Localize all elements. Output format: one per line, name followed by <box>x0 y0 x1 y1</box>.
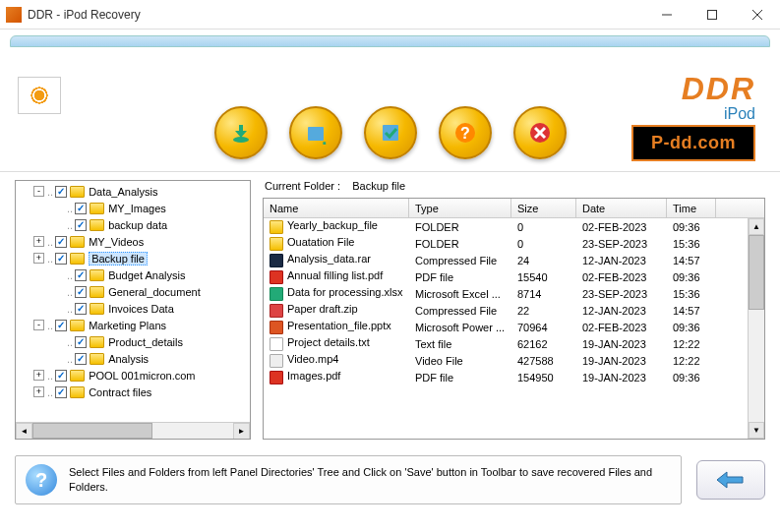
file-name: Ouatation File <box>287 236 354 248</box>
tree-checkbox[interactable] <box>55 370 67 382</box>
file-list-panel: Current Folder : Backup file Name Type S… <box>263 180 765 440</box>
tree-checkbox[interactable] <box>75 219 87 231</box>
hscroll-thumb[interactable] <box>32 423 152 439</box>
tree-item[interactable]: +..Contract files <box>18 384 248 400</box>
content-area: -..Data_Analysis..MY_Images..backup data… <box>0 172 780 447</box>
file-name: Project details.txt <box>287 336 370 348</box>
tree-hscrollbar[interactable]: ◄ ► <box>16 422 250 439</box>
table-row[interactable]: Paper draft.zipCompressed File2212-JAN-2… <box>264 302 764 319</box>
tree-item[interactable]: ..backup data <box>18 216 248 233</box>
tree-checkbox[interactable] <box>75 336 87 348</box>
file-type: Compressed File <box>409 255 511 266</box>
tree-item[interactable]: ..Analysis <box>18 350 248 367</box>
maximize-button[interactable] <box>690 0 735 30</box>
tree-expand-icon[interactable]: + <box>33 386 44 397</box>
column-type[interactable]: Type <box>409 199 511 217</box>
table-row[interactable]: Presentation_file.pptxMicrosoft Power ..… <box>264 319 764 335</box>
file-size: 24 <box>511 255 576 266</box>
column-time[interactable]: Time <box>667 199 716 217</box>
tree-item[interactable]: ..MY_Images <box>18 200 248 216</box>
tree-item[interactable]: +..Backup file <box>18 250 248 266</box>
select-button[interactable] <box>364 106 417 159</box>
tree-checkbox[interactable] <box>55 186 67 198</box>
minimize-button[interactable] <box>644 0 690 30</box>
tree-checkbox[interactable] <box>75 286 87 298</box>
tree-expand-icon[interactable]: + <box>33 253 44 264</box>
save-button[interactable] <box>214 106 268 159</box>
table-row[interactable]: Data for processing.xlsxMicrosoft Excel … <box>264 285 764 302</box>
tree-checkbox[interactable] <box>75 303 87 315</box>
tree-item-label: Budget Analysis <box>108 269 185 281</box>
file-size: 70964 <box>511 322 576 333</box>
tree-expand-icon[interactable]: - <box>33 186 44 197</box>
tree-checkbox[interactable] <box>75 203 87 214</box>
tree-checkbox[interactable] <box>55 386 67 398</box>
table-vscrollbar[interactable]: ▲ ▼ <box>748 218 764 439</box>
table-row[interactable]: Ouatation FileFOLDER023-SEP-202315:36 <box>264 235 764 252</box>
file-size: 15540 <box>511 271 576 283</box>
file-date: 23-SEP-2023 <box>576 238 667 250</box>
hint-text: Select Files and Folders from left Panel… <box>69 465 671 496</box>
tree-item[interactable]: ..Product_details <box>18 333 248 350</box>
tree-scroll[interactable]: -..Data_Analysis..MY_Images..backup data… <box>16 181 250 422</box>
back-button[interactable] <box>696 460 765 500</box>
brand-sub: iPod <box>682 105 755 123</box>
tree-checkbox[interactable] <box>75 269 87 281</box>
file-table: Name Type Size Date Time Yearly_backup_f… <box>263 198 765 440</box>
tree-expand-icon[interactable]: + <box>33 370 44 381</box>
tree-checkbox[interactable] <box>75 353 87 365</box>
tree-checkbox[interactable] <box>55 236 67 248</box>
tree-item[interactable]: ..Invoices Data <box>18 300 248 317</box>
folder-icon <box>70 253 85 265</box>
column-name[interactable]: Name <box>264 199 409 217</box>
tree-expand-icon[interactable]: - <box>33 320 44 330</box>
folder-icon <box>70 320 85 331</box>
table-row[interactable]: Analysis_data.rarCompressed File2412-JAN… <box>264 252 764 268</box>
file-time: 09:36 <box>667 271 716 283</box>
scroll-down-icon[interactable]: ▼ <box>749 422 764 439</box>
tree-item[interactable]: +..POOL 001micron.com <box>18 367 248 384</box>
tree-item-label: backup data <box>108 219 167 231</box>
tree-expand-icon <box>53 219 64 230</box>
file-type: Microsoft Power ... <box>409 322 511 333</box>
file-name: Data for processing.xlsx <box>287 286 402 298</box>
table-row[interactable]: Images.pdfPDF file15495019-JAN-202309:36 <box>264 369 764 385</box>
file-time: 09:36 <box>667 372 716 384</box>
hint-box: ? Select Files and Folders from left Pan… <box>15 455 682 504</box>
tree-item-label: MY_Videos <box>89 236 144 248</box>
tree-item[interactable]: -..Marketing Plans <box>18 317 248 333</box>
folder-icon <box>90 286 104 298</box>
table-row[interactable]: Annual filling list.pdfPDF file1554002-F… <box>264 268 764 285</box>
file-type: Microsoft Excel ... <box>409 288 511 300</box>
scroll-up-icon[interactable]: ▲ <box>749 218 764 235</box>
table-row[interactable]: Project details.txtText file6216219-JAN-… <box>264 335 764 352</box>
scroll-right-icon[interactable]: ► <box>233 423 250 440</box>
file-time: 15:36 <box>667 288 716 300</box>
file-size: 62162 <box>511 338 576 350</box>
tree-expand-icon[interactable]: + <box>33 236 44 247</box>
file-time: 14:57 <box>667 255 716 266</box>
close-button[interactable] <box>735 0 780 30</box>
folder-icon <box>90 203 104 214</box>
column-date[interactable]: Date <box>576 199 667 217</box>
tree-checkbox[interactable] <box>55 253 67 265</box>
file-date: 19-JAN-2023 <box>576 338 667 350</box>
tree-item[interactable]: +..MY_Videos <box>18 233 248 250</box>
tree-checkbox[interactable] <box>55 320 67 331</box>
help-button[interactable]: ? <box>439 106 492 159</box>
cancel-button[interactable] <box>513 106 567 159</box>
file-name: Images.pdf <box>287 370 340 382</box>
table-body: Yearly_backup_fileFOLDER002-FEB-202309:3… <box>264 218 764 439</box>
file-name: Analysis_data.rar <box>287 253 371 265</box>
table-row[interactable]: Video.mp4Video File42758819-JAN-202312:2… <box>264 352 764 369</box>
scroll-left-icon[interactable]: ◄ <box>16 423 32 440</box>
vscroll-thumb[interactable] <box>749 235 764 310</box>
txt-icon <box>270 337 283 351</box>
tree-item[interactable]: ..Budget Analysis <box>18 266 248 283</box>
tree-item[interactable]: -..Data_Analysis <box>18 183 248 200</box>
table-row[interactable]: Yearly_backup_fileFOLDER002-FEB-202309:3… <box>264 218 764 235</box>
tree-item[interactable]: ..General_document <box>18 283 248 300</box>
open-button[interactable] <box>289 106 342 159</box>
file-date: 12-JAN-2023 <box>576 305 667 317</box>
column-size[interactable]: Size <box>511 199 576 217</box>
